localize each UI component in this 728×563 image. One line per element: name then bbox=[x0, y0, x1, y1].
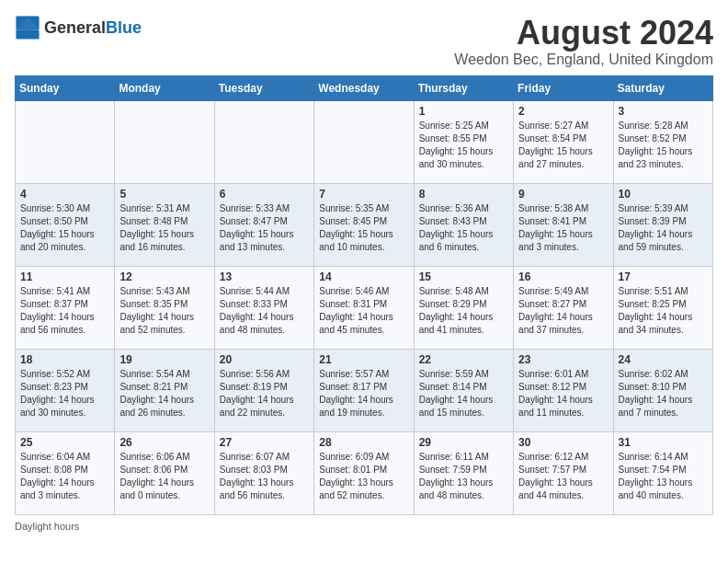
day-number: 22 bbox=[419, 353, 508, 366]
day-number: 25 bbox=[20, 436, 109, 449]
calendar-cell: 16Sunrise: 5:49 AM Sunset: 8:27 PM Dayli… bbox=[514, 266, 613, 349]
calendar-week-row: 1Sunrise: 5:25 AM Sunset: 8:55 PM Daylig… bbox=[16, 100, 713, 183]
day-number: 21 bbox=[319, 353, 408, 366]
calendar-cell: 23Sunrise: 6:01 AM Sunset: 8:12 PM Dayli… bbox=[514, 349, 613, 431]
calendar-cell: 15Sunrise: 5:48 AM Sunset: 8:29 PM Dayli… bbox=[414, 266, 513, 349]
day-info: Sunrise: 5:54 AM Sunset: 8:21 PM Dayligh… bbox=[119, 368, 209, 419]
day-number: 15 bbox=[419, 270, 508, 283]
logo-text-block: GeneralBlue bbox=[44, 19, 142, 36]
logo-icon bbox=[15, 15, 40, 40]
day-info: Sunrise: 6:06 AM Sunset: 8:06 PM Dayligh… bbox=[119, 451, 209, 502]
calendar-cell: 14Sunrise: 5:46 AM Sunset: 8:31 PM Dayli… bbox=[314, 266, 414, 349]
day-number: 30 bbox=[518, 436, 608, 449]
day-number: 4 bbox=[20, 188, 109, 201]
day-number: 26 bbox=[119, 436, 209, 449]
calendar-cell: 7Sunrise: 5:35 AM Sunset: 8:45 PM Daylig… bbox=[314, 183, 414, 266]
day-number: 27 bbox=[220, 436, 309, 449]
logo: GeneralBlue bbox=[15, 15, 142, 40]
calendar-cell: 3Sunrise: 5:28 AM Sunset: 8:52 PM Daylig… bbox=[613, 100, 712, 183]
calendar-cell: 28Sunrise: 6:09 AM Sunset: 8:01 PM Dayli… bbox=[314, 431, 414, 514]
day-number: 9 bbox=[518, 188, 608, 201]
day-info: Sunrise: 6:12 AM Sunset: 7:57 PM Dayligh… bbox=[518, 451, 608, 502]
day-number: 29 bbox=[419, 436, 508, 449]
column-header-wednesday: Wednesday bbox=[314, 75, 414, 100]
calendar-cell: 8Sunrise: 5:36 AM Sunset: 8:43 PM Daylig… bbox=[414, 183, 513, 266]
page-subtitle: Weedon Bec, England, United Kingdom bbox=[454, 52, 713, 68]
day-info: Sunrise: 5:33 AM Sunset: 8:47 PM Dayligh… bbox=[220, 202, 309, 254]
calendar-cell: 26Sunrise: 6:06 AM Sunset: 8:06 PM Dayli… bbox=[115, 431, 214, 514]
day-info: Sunrise: 5:48 AM Sunset: 8:29 PM Dayligh… bbox=[419, 285, 508, 337]
day-number: 5 bbox=[119, 188, 209, 201]
day-info: Sunrise: 6:01 AM Sunset: 8:12 PM Dayligh… bbox=[518, 368, 608, 419]
calendar-header-row: SundayMondayTuesdayWednesdayThursdayFrid… bbox=[16, 75, 713, 100]
day-info: Sunrise: 5:57 AM Sunset: 8:17 PM Dayligh… bbox=[319, 368, 408, 419]
day-number: 1 bbox=[419, 105, 508, 118]
logo-blue: Blue bbox=[106, 18, 142, 37]
day-number: 31 bbox=[619, 436, 708, 449]
column-header-sunday: Sunday bbox=[16, 75, 115, 100]
day-number: 20 bbox=[220, 353, 309, 366]
calendar-cell: 31Sunrise: 6:14 AM Sunset: 7:54 PM Dayli… bbox=[613, 431, 712, 514]
calendar-cell: 11Sunrise: 5:41 AM Sunset: 8:37 PM Dayli… bbox=[16, 266, 115, 349]
calendar-cell: 22Sunrise: 5:59 AM Sunset: 8:14 PM Dayli… bbox=[414, 349, 513, 431]
calendar-cell: 29Sunrise: 6:11 AM Sunset: 7:59 PM Dayli… bbox=[414, 431, 513, 514]
calendar-cell: 19Sunrise: 5:54 AM Sunset: 8:21 PM Dayli… bbox=[115, 349, 214, 431]
calendar-cell: 9Sunrise: 5:38 AM Sunset: 8:41 PM Daylig… bbox=[514, 183, 613, 266]
day-number: 24 bbox=[619, 353, 708, 366]
calendar-cell: 21Sunrise: 5:57 AM Sunset: 8:17 PM Dayli… bbox=[314, 349, 414, 431]
day-info: Sunrise: 5:31 AM Sunset: 8:48 PM Dayligh… bbox=[119, 202, 209, 254]
calendar-cell: 10Sunrise: 5:39 AM Sunset: 8:39 PM Dayli… bbox=[613, 183, 712, 266]
day-info: Sunrise: 5:39 AM Sunset: 8:39 PM Dayligh… bbox=[619, 202, 708, 254]
day-info: Sunrise: 6:09 AM Sunset: 8:01 PM Dayligh… bbox=[319, 451, 408, 502]
calendar-cell: 17Sunrise: 5:51 AM Sunset: 8:25 PM Dayli… bbox=[613, 266, 712, 349]
day-number: 14 bbox=[319, 270, 408, 283]
day-number: 19 bbox=[119, 353, 209, 366]
day-number: 13 bbox=[220, 270, 309, 283]
calendar-cell: 18Sunrise: 5:52 AM Sunset: 8:23 PM Dayli… bbox=[16, 349, 115, 431]
day-info: Sunrise: 6:02 AM Sunset: 8:10 PM Dayligh… bbox=[619, 368, 708, 419]
day-info: Sunrise: 5:59 AM Sunset: 8:14 PM Dayligh… bbox=[419, 368, 508, 419]
calendar-week-row: 11Sunrise: 5:41 AM Sunset: 8:37 PM Dayli… bbox=[16, 266, 713, 349]
day-info: Sunrise: 5:56 AM Sunset: 8:19 PM Dayligh… bbox=[220, 368, 309, 419]
calendar-cell: 12Sunrise: 5:43 AM Sunset: 8:35 PM Dayli… bbox=[115, 266, 214, 349]
column-header-friday: Friday bbox=[514, 75, 613, 100]
calendar-week-row: 4Sunrise: 5:30 AM Sunset: 8:50 PM Daylig… bbox=[16, 183, 713, 266]
column-header-tuesday: Tuesday bbox=[214, 75, 313, 100]
day-info: Sunrise: 5:38 AM Sunset: 8:41 PM Dayligh… bbox=[518, 202, 608, 254]
day-number: 16 bbox=[518, 270, 608, 283]
calendar-cell: 20Sunrise: 5:56 AM Sunset: 8:19 PM Dayli… bbox=[214, 349, 313, 431]
day-number: 8 bbox=[419, 188, 508, 201]
day-info: Sunrise: 5:44 AM Sunset: 8:33 PM Dayligh… bbox=[220, 285, 309, 337]
footer-note: Daylight hours bbox=[15, 521, 713, 532]
day-number: 17 bbox=[619, 270, 708, 283]
calendar-cell bbox=[16, 100, 115, 183]
calendar-cell: 27Sunrise: 6:07 AM Sunset: 8:03 PM Dayli… bbox=[214, 431, 313, 514]
day-info: Sunrise: 5:28 AM Sunset: 8:52 PM Dayligh… bbox=[619, 120, 708, 171]
calendar-cell: 30Sunrise: 6:12 AM Sunset: 7:57 PM Dayli… bbox=[514, 431, 613, 514]
calendar-cell: 4Sunrise: 5:30 AM Sunset: 8:50 PM Daylig… bbox=[16, 183, 115, 266]
day-info: Sunrise: 5:30 AM Sunset: 8:50 PM Dayligh… bbox=[20, 202, 109, 254]
day-number: 12 bbox=[119, 270, 209, 283]
calendar-cell bbox=[314, 100, 414, 183]
day-info: Sunrise: 5:41 AM Sunset: 8:37 PM Dayligh… bbox=[20, 285, 109, 337]
column-header-monday: Monday bbox=[115, 75, 214, 100]
day-info: Sunrise: 5:36 AM Sunset: 8:43 PM Dayligh… bbox=[419, 202, 508, 254]
day-info: Sunrise: 5:27 AM Sunset: 8:54 PM Dayligh… bbox=[518, 120, 608, 171]
title-block: August 2024 Weedon Bec, England, United … bbox=[454, 15, 713, 68]
day-number: 6 bbox=[220, 188, 309, 201]
day-info: Sunrise: 5:51 AM Sunset: 8:25 PM Dayligh… bbox=[619, 285, 708, 337]
day-info: Sunrise: 5:25 AM Sunset: 8:55 PM Dayligh… bbox=[419, 120, 508, 171]
day-number: 3 bbox=[619, 105, 708, 118]
day-number: 23 bbox=[518, 353, 608, 366]
calendar-week-row: 25Sunrise: 6:04 AM Sunset: 8:08 PM Dayli… bbox=[16, 431, 713, 514]
calendar-cell bbox=[214, 100, 313, 183]
day-number: 10 bbox=[619, 188, 708, 201]
calendar-cell: 24Sunrise: 6:02 AM Sunset: 8:10 PM Dayli… bbox=[613, 349, 712, 431]
column-header-saturday: Saturday bbox=[613, 75, 712, 100]
day-info: Sunrise: 6:14 AM Sunset: 7:54 PM Dayligh… bbox=[619, 451, 708, 502]
day-info: Sunrise: 5:43 AM Sunset: 8:35 PM Dayligh… bbox=[119, 285, 209, 337]
page-header: GeneralBlue August 2024 Weedon Bec, Engl… bbox=[15, 15, 713, 68]
day-info: Sunrise: 6:04 AM Sunset: 8:08 PM Dayligh… bbox=[20, 451, 109, 502]
logo-general: General bbox=[44, 18, 106, 37]
calendar-cell: 1Sunrise: 5:25 AM Sunset: 8:55 PM Daylig… bbox=[414, 100, 513, 183]
